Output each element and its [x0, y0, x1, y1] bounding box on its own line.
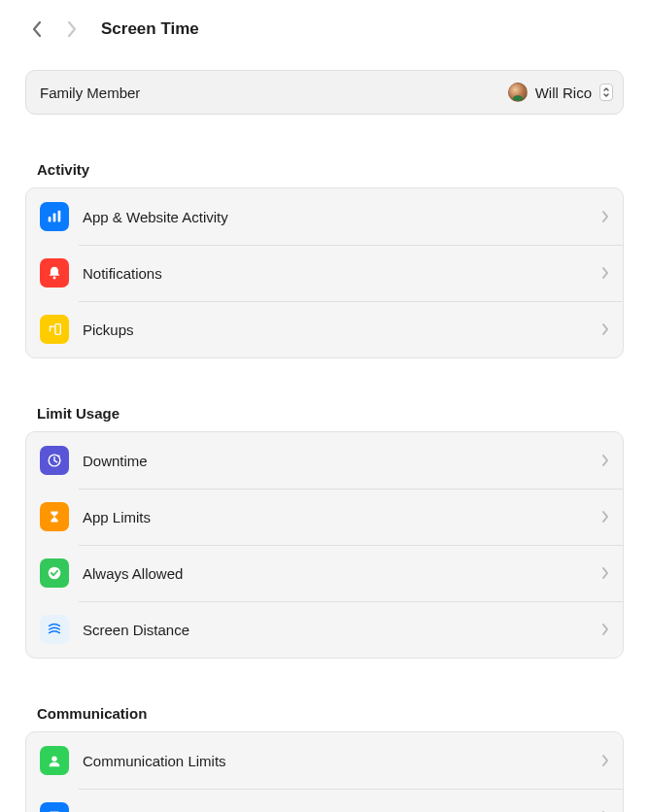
- screen-distance-icon: [40, 615, 69, 644]
- forward-button[interactable]: [60, 16, 84, 43]
- row-label: App Limits: [83, 509, 601, 525]
- row-always-allowed[interactable]: Always Allowed: [26, 545, 623, 601]
- section-header-limit-usage: Limit Usage: [37, 405, 624, 422]
- row-app-limits[interactable]: App Limits: [26, 489, 623, 545]
- row-label: Pickups: [83, 321, 601, 338]
- avatar: [508, 83, 528, 102]
- pickups-icon: [40, 315, 69, 344]
- communication-group: Communication Limits Communication Safet…: [25, 731, 624, 812]
- chevron-right-icon: [601, 322, 609, 336]
- chevron-right-icon: [601, 566, 609, 580]
- section-header-activity: Activity: [37, 161, 624, 178]
- limit-usage-group: Downtime App Limits Always Allowed Scree…: [25, 431, 624, 659]
- row-pickups[interactable]: Pickups: [26, 301, 623, 357]
- svg-rect-1: [53, 213, 56, 221]
- row-label: Notifications: [83, 265, 601, 282]
- row-label: App & Website Activity: [83, 209, 601, 225]
- section-header-communication: Communication: [37, 705, 624, 722]
- family-member-label: Family Member: [40, 85, 140, 101]
- row-notifications[interactable]: Notifications: [26, 245, 623, 301]
- row-label: Communication Safety: [83, 809, 601, 813]
- chevron-right-icon: [601, 266, 609, 280]
- row-label: Always Allowed: [83, 565, 601, 582]
- back-button[interactable]: [25, 16, 49, 43]
- family-member-dropdown[interactable]: Will Rico: [508, 83, 613, 102]
- hourglass-icon: [40, 502, 69, 531]
- bubble-shield-icon: [40, 802, 69, 812]
- row-communication-safety[interactable]: Communication Safety: [26, 789, 623, 812]
- row-communication-limits[interactable]: Communication Limits: [26, 732, 623, 789]
- row-downtime[interactable]: Downtime: [26, 432, 623, 489]
- header-bar: Screen Time: [25, 0, 624, 58]
- row-label: Communication Limits: [83, 753, 601, 769]
- row-label: Downtime: [83, 453, 601, 469]
- svg-point-3: [53, 277, 56, 280]
- chevron-right-icon: [601, 454, 609, 467]
- family-member-selector[interactable]: Family Member Will Rico: [25, 70, 624, 115]
- dropdown-arrows-icon: [599, 84, 613, 101]
- svg-rect-0: [49, 217, 51, 221]
- row-screen-distance[interactable]: Screen Distance: [26, 601, 623, 658]
- svg-rect-4: [55, 324, 60, 335]
- selected-family-member-name: Will Rico: [535, 85, 592, 101]
- chart-bar-icon: [40, 202, 69, 231]
- row-app-website-activity[interactable]: App & Website Activity: [26, 188, 623, 245]
- bell-icon: [40, 258, 69, 288]
- svg-rect-2: [58, 211, 61, 222]
- chevron-right-icon: [601, 623, 609, 636]
- chevron-right-icon: [601, 510, 609, 524]
- downtime-icon: [40, 446, 69, 475]
- page-title: Screen Time: [101, 19, 199, 39]
- checkmark-seal-icon: [40, 558, 69, 588]
- svg-point-6: [57, 455, 59, 457]
- person-bubble-icon: [40, 746, 69, 775]
- activity-group: App & Website Activity Notifications Pic…: [25, 187, 624, 358]
- row-label: Screen Distance: [83, 622, 601, 638]
- chevron-right-icon: [601, 754, 609, 767]
- svg-point-8: [51, 757, 56, 761]
- chevron-right-icon: [601, 210, 609, 223]
